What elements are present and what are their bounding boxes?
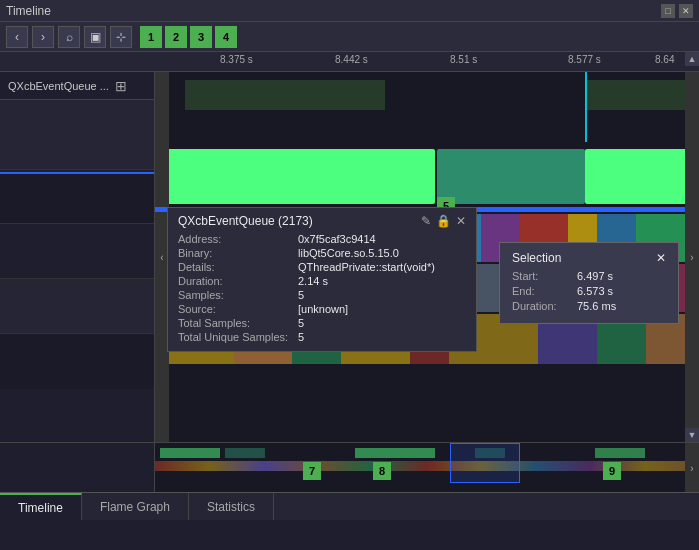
label-total-samples: Total Samples:	[178, 317, 298, 329]
popup-title-buttons: ✎ 🔒 ✕	[421, 214, 466, 228]
info-row-details: Details: QThreadPrivate::start(void*)	[178, 261, 466, 273]
nav-fwd-button[interactable]: ›	[32, 26, 54, 48]
ruler-tick: 8.375 s	[220, 52, 253, 65]
close-selection-button[interactable]: ✕	[656, 251, 666, 265]
nav-back-button[interactable]: ‹	[6, 26, 28, 48]
window-controls: □ ✕	[661, 4, 693, 18]
timeline-canvas[interactable]: 5	[155, 72, 699, 442]
lock-button[interactable]: 🔒	[436, 214, 451, 228]
ruler-tick: 8.64	[655, 52, 674, 65]
value-source: [unknown]	[298, 303, 348, 315]
tab-bar: Timeline Flame Graph Statistics	[0, 492, 699, 520]
app-title: Timeline	[6, 4, 51, 18]
selection-title-text: Selection	[512, 251, 561, 265]
value-details: QThreadPrivate::start(void*)	[298, 261, 435, 273]
badge-8: 8	[373, 462, 391, 480]
thread-label: QXcbEventQueue ... ⊞	[0, 72, 154, 100]
value-end: 6.573 s	[577, 285, 613, 297]
layout-icon: ⊹	[116, 30, 126, 44]
title-bar: Timeline □ ✕	[0, 0, 699, 22]
numbered-buttons: 1 2 3 4	[140, 26, 237, 48]
save-icon: ▣	[90, 30, 101, 44]
num-btn-4[interactable]: 4	[215, 26, 237, 48]
badge-7: 7	[303, 462, 321, 480]
edit-button[interactable]: ✎	[421, 214, 431, 228]
minimap-tick: 7.84 s	[650, 490, 675, 492]
label-start: Start:	[512, 270, 577, 282]
info-row-samples: Samples: 5	[178, 289, 466, 301]
info-row-address: Address: 0x7f5caf3c9414	[178, 233, 466, 245]
close-window-button[interactable]: ✕	[679, 4, 693, 18]
toolbar: ‹ › ⌕ ▣ ⊹ 1 2 3 4	[0, 22, 699, 52]
value-binary: libQt5Core.so.5.15.0	[298, 247, 399, 259]
add-thread-button[interactable]: ⊞	[115, 78, 127, 94]
num-btn-1[interactable]: 1	[140, 26, 162, 48]
label-details: Details:	[178, 261, 298, 273]
tab-timeline[interactable]: Timeline	[0, 493, 82, 520]
ruler-tick: 8.577 s	[568, 52, 601, 65]
info-row-total-samples: Total Samples: 5	[178, 317, 466, 329]
label-samples: Samples:	[178, 289, 298, 301]
label-binary: Binary:	[178, 247, 298, 259]
value-address: 0x7f5caf3c9414	[298, 233, 376, 245]
label-sel-duration: Duration:	[512, 300, 577, 312]
thread-name: QXcbEventQueue ...	[8, 80, 109, 92]
ruler-tick: 8.51 s	[450, 52, 477, 65]
sel-row-duration: Duration: 75.6 ms	[512, 300, 666, 312]
label-duration: Duration:	[178, 275, 298, 287]
scroll-up-arrow[interactable]: ▲	[685, 52, 699, 66]
num-btn-2[interactable]: 2	[165, 26, 187, 48]
label-unique-samples: Total Unique Samples:	[178, 331, 298, 343]
tab-flame-graph[interactable]: Flame Graph	[82, 493, 189, 520]
tab-statistics-label: Statistics	[207, 500, 255, 514]
value-total-samples: 5	[298, 317, 304, 329]
value-sel-duration: 75.6 ms	[577, 300, 616, 312]
minimap-tick: 7.57 s	[570, 490, 595, 492]
popup-title: QXcbEventQueue (2173) ✎ 🔒 ✕	[178, 214, 466, 228]
sel-row-end: End: 6.573 s	[512, 285, 666, 297]
popup-title-text: QXcbEventQueue (2173)	[178, 214, 313, 228]
value-start: 6.497 s	[577, 270, 613, 282]
minimap-tick: 5.8	[160, 490, 173, 492]
maximize-button[interactable]: □	[661, 4, 675, 18]
ruler-tick: 8.442 s	[335, 52, 368, 65]
info-row-unique-samples: Total Unique Samples: 5	[178, 331, 466, 343]
minimap: 5.8 6.23 s 6.78 s 7.03 s 7.3 s 7.57 s 7.…	[0, 442, 699, 492]
save-button[interactable]: ▣	[84, 26, 106, 48]
scroll-right-arrow[interactable]: ›	[685, 72, 699, 442]
search-button[interactable]: ⌕	[58, 26, 80, 48]
search-icon: ⌕	[66, 30, 73, 44]
minimap-left-panel	[0, 443, 155, 492]
timeline-ruler: 8.375 s 8.442 s 8.51 s 8.577 s 8.64 ▲	[0, 52, 699, 72]
tab-flame-graph-label: Flame Graph	[100, 500, 170, 514]
info-popup: QXcbEventQueue (2173) ✎ 🔒 ✕ Address: 0x7…	[167, 207, 477, 352]
minimap-tick: 7.03 s	[410, 490, 435, 492]
selection-popup: Selection ✕ Start: 6.497 s End: 6.573 s …	[499, 242, 679, 324]
left-panel: QXcbEventQueue ... ⊞	[0, 72, 155, 442]
value-unique-samples: 5	[298, 331, 304, 343]
minimap-tick: 6.23 s	[215, 490, 240, 492]
minimap-scroll-right[interactable]: ›	[685, 443, 699, 492]
label-address: Address:	[178, 233, 298, 245]
minimap-tick: 7.3 s	[490, 490, 510, 492]
value-samples: 5	[298, 289, 304, 301]
badge-9: 9	[603, 462, 621, 480]
tab-statistics[interactable]: Statistics	[189, 493, 274, 520]
info-row-duration: Duration: 2.14 s	[178, 275, 466, 287]
value-duration: 2.14 s	[298, 275, 328, 287]
selection-title: Selection ✕	[512, 251, 666, 265]
minimap-tick: 6.78 s	[320, 490, 345, 492]
sel-row-start: Start: 6.497 s	[512, 270, 666, 282]
minimap-canvas[interactable]: 5.8 6.23 s 6.78 s 7.03 s 7.3 s 7.57 s 7.…	[155, 443, 699, 492]
label-source: Source:	[178, 303, 298, 315]
info-row-binary: Binary: libQt5Core.so.5.15.0	[178, 247, 466, 259]
num-btn-3[interactable]: 3	[190, 26, 212, 48]
label-end: End:	[512, 285, 577, 297]
main-area: QXcbEventQueue ... ⊞ 5	[0, 72, 699, 442]
layout-button[interactable]: ⊹	[110, 26, 132, 48]
scroll-down-arrow[interactable]: ▼	[685, 428, 699, 442]
tab-timeline-label: Timeline	[18, 501, 63, 515]
close-popup-button[interactable]: ✕	[456, 214, 466, 228]
info-row-source: Source: [unknown]	[178, 303, 466, 315]
